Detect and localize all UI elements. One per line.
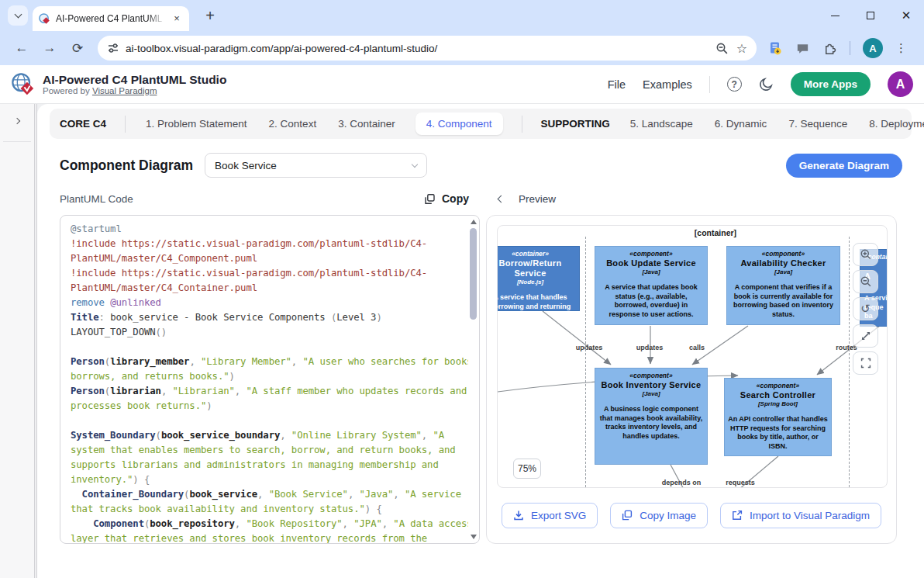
node-technology: [Spring Boot]: [728, 400, 828, 407]
forward-button[interactable]: →: [38, 36, 61, 60]
browser-tab[interactable]: AI-Powered C4 PlantUML Studio ×: [33, 6, 189, 31]
copy-icon: [622, 510, 633, 521]
help-icon[interactable]: ?: [727, 77, 742, 92]
menu-file[interactable]: File: [608, 78, 626, 91]
zoom-in-button[interactable]: [853, 243, 878, 266]
preview-column-header: Preview: [486, 190, 897, 207]
action-button-label: Import to Visual Paradigm: [750, 510, 870, 521]
menu-examples[interactable]: Examples: [643, 78, 692, 91]
sidebar-divider: [3, 141, 31, 142]
user-avatar[interactable]: A: [888, 71, 913, 97]
node-description: An API controller that handles HTTP requ…: [728, 415, 828, 452]
node-name: Availability Checker: [730, 258, 836, 268]
tab-5-landscape[interactable]: 5. Landscape: [629, 112, 695, 135]
close-button[interactable]: ✕: [888, 0, 924, 31]
comment-icon[interactable]: [795, 41, 810, 56]
action-button-label: Copy Image: [640, 510, 696, 521]
preview-column: Preview [container] «co: [486, 190, 897, 544]
node-stereotype: «component»: [728, 382, 828, 389]
node-technology: [Java]: [598, 268, 704, 275]
browser-menu-icon[interactable]: ⋮: [895, 41, 907, 55]
action-button-label: Export SVG: [531, 510, 586, 521]
copy-code-button[interactable]: Copy: [424, 192, 469, 205]
site-settings-icon[interactable]: [107, 42, 119, 54]
powered-by: Powered by Visual Paradigm: [43, 86, 226, 95]
plantuml-code-editor[interactable]: @startuml!include https://static.visual-…: [60, 216, 468, 543]
page-body: CORE C41. Problem Statement2. Context3. …: [0, 104, 924, 578]
tab-1-problem-statement[interactable]: 1. Problem Statement: [144, 112, 249, 135]
new-tab-button[interactable]: +: [200, 6, 220, 26]
expand-diagonal-icon: [860, 330, 872, 342]
tab-search-button[interactable]: [8, 5, 28, 26]
main-card: CORE C41. Problem Statement2. Context3. …: [37, 104, 924, 578]
reset-view-button[interactable]: ↺: [853, 297, 878, 320]
scrollbar-thumb[interactable]: [470, 228, 477, 320]
tab-6-dynamic[interactable]: 6. Dynamic: [713, 112, 769, 135]
generate-diagram-button[interactable]: Generate Diagram: [786, 154, 902, 178]
diagram-node-book-update-service: «component»Book Update Service[Java]A se…: [595, 246, 708, 325]
node-technology: [Java]: [598, 390, 704, 397]
header-separator: [709, 76, 710, 93]
extensions-icon[interactable]: [822, 41, 837, 56]
zoom-out-button[interactable]: [853, 270, 878, 293]
zoom-controls: ↺: [853, 243, 878, 375]
node-technology: [Java]: [730, 268, 836, 275]
reload-button[interactable]: ⟳: [66, 36, 89, 60]
node-description: A component that verifies if a book is c…: [730, 283, 836, 320]
tab-title: AI-Powered C4 PlantUML Studio: [56, 13, 164, 24]
export-svg-button[interactable]: Export SVG: [502, 503, 598, 528]
sidebar-expand-button[interactable]: [9, 113, 25, 129]
scroll-down-icon[interactable]: [471, 535, 477, 539]
dark-mode-moon-icon[interactable]: [759, 77, 774, 92]
tab-8-deployment[interactable]: 8. Deployment: [867, 112, 924, 135]
magnifier-minus-icon: [860, 275, 872, 288]
toolbar-icons: A ⋮: [767, 38, 907, 58]
fullscreen-button[interactable]: [853, 351, 878, 375]
toolbar-separator: [850, 41, 850, 55]
header-actions: File Examples ? More Apps A: [608, 71, 913, 97]
url-bar[interactable]: ai-toolbox.visual-paradigm.com/app/ai-po…: [98, 36, 757, 61]
back-button[interactable]: ←: [10, 36, 33, 60]
code-scrollbar[interactable]: [470, 217, 478, 542]
import-to-visual-paradigm-button[interactable]: Import to Visual Paradigm: [720, 503, 881, 528]
diagram-canvas[interactable]: [container] «container»Borrow/Return Ser…: [497, 225, 888, 488]
fit-screen-button[interactable]: [853, 324, 878, 348]
chevron-down-icon: [412, 161, 418, 167]
visual-paradigm-link[interactable]: Visual Paradigm: [92, 86, 157, 95]
scroll-up-icon[interactable]: [471, 220, 477, 224]
magnifier-plus-icon: [860, 248, 872, 261]
zoom-out-page-icon[interactable]: [715, 42, 729, 55]
app-title-block: AI-Powered C4 PlantUML Studio Powered by…: [43, 73, 226, 95]
tab-bar: CORE C41. Problem Statement2. Context3. …: [50, 109, 912, 139]
diagram-select[interactable]: Book Service: [205, 153, 427, 178]
minimize-button[interactable]: [817, 0, 853, 31]
browser-titlebar: AI-Powered C4 PlantUML Studio × + ✕: [0, 0, 924, 31]
diagram-node-borrow-return-service: «container»Borrow/Return Service[Node.js…: [497, 246, 580, 311]
browser-profile-avatar[interactable]: A: [863, 38, 883, 58]
diagram-node-book-inventory-service: «component»Book Inventory Service[Java]A…: [595, 368, 708, 465]
tab-7-sequence[interactable]: 7. Sequence: [787, 112, 849, 135]
tab-close-icon[interactable]: ×: [171, 12, 183, 25]
content-columns: PlantUML Code Copy @startuml!include htt…: [60, 190, 897, 544]
edge-label: depends on: [662, 479, 702, 486]
tab-4-component[interactable]: 4. Component: [415, 112, 503, 135]
bookmark-star-icon[interactable]: ☆: [736, 41, 747, 56]
reading-list-icon[interactable]: [767, 40, 783, 56]
node-stereotype: «component»: [598, 250, 704, 258]
tab-2-context[interactable]: 2. Context: [267, 112, 319, 135]
chevron-down-icon: [14, 11, 22, 19]
collapse-preview-icon[interactable]: [498, 195, 505, 202]
tab-3-container[interactable]: 3. Container: [336, 112, 397, 135]
maximize-button[interactable]: [853, 0, 888, 31]
node-name: Search Controller: [728, 390, 828, 400]
code-panel-title: PlantUML Code: [60, 193, 133, 205]
node-description: A service that updates book status (e.g.…: [598, 283, 704, 320]
more-apps-button[interactable]: More Apps: [791, 72, 871, 96]
code-editor-panel: @startuml!include https://static.visual-…: [60, 215, 480, 544]
tab-group-separator: [522, 116, 522, 133]
visual-paradigm-logo: [11, 72, 36, 97]
external-link-icon: [732, 510, 743, 521]
diagram-node-search-controller: «component»Search Controller[Spring Boot…: [724, 378, 832, 456]
copy-image-button[interactable]: Copy Image: [610, 503, 708, 528]
node-technology: [Node.js]: [497, 279, 576, 286]
